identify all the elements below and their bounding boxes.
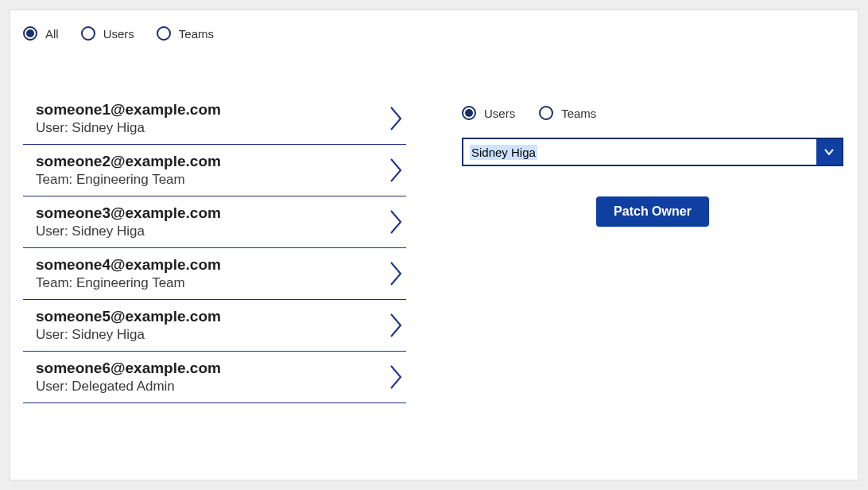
list-item-email: someone3@example.com (36, 204, 221, 222)
assign-radio-label: Users (484, 107, 515, 120)
list-item-email: someone1@example.com (36, 101, 221, 119)
chevron-right-icon (389, 157, 403, 184)
list-item-owner: User: Sidney Higa (36, 327, 221, 343)
list-item-owner: User: Sidney Higa (36, 120, 221, 136)
filter-radio-users[interactable]: Users (81, 26, 134, 41)
filter-radio-label: Teams (179, 27, 214, 41)
radio-icon (23, 26, 37, 41)
list-item-email: someone6@example.com (36, 360, 221, 377)
chevron-right-icon (389, 364, 403, 391)
list-item[interactable]: someone4@example.com Team: Engineering T… (23, 248, 406, 300)
owner-dropdown-toggle[interactable] (816, 139, 842, 165)
list-item[interactable]: someone5@example.com User: Sidney Higa (23, 300, 406, 352)
filter-radio-all[interactable]: All (23, 26, 59, 41)
list-item-email: someone5@example.com (36, 308, 221, 325)
chevron-right-icon (389, 105, 403, 132)
assign-radio-teams[interactable]: Teams (539, 106, 596, 120)
owner-dropdown-value: Sidney Higa (463, 139, 816, 165)
mailbox-list[interactable]: someone1@example.com User: Sidney Higa s… (23, 96, 414, 486)
list-item[interactable]: someone3@example.com User: Sidney Higa (23, 196, 406, 248)
chevron-down-icon (823, 146, 835, 158)
radio-icon (157, 26, 171, 41)
filter-radio-group: All Users Teams (23, 26, 845, 41)
list-item-owner: Team: Engineering Team (36, 172, 221, 188)
patch-owner-button[interactable]: Patch Owner (596, 196, 709, 227)
list-item-email: someone2@example.com (36, 153, 221, 170)
list-item[interactable]: someone1@example.com User: Sidney Higa (23, 96, 406, 145)
assign-type-radio-group: Users Teams (462, 106, 843, 120)
owner-dropdown[interactable]: Sidney Higa (462, 138, 843, 166)
filter-radio-teams[interactable]: Teams (157, 26, 214, 41)
filter-radio-label: All (45, 27, 59, 41)
list-item-owner: Team: Engineering Team (36, 275, 221, 291)
list-item-owner: User: Delegated Admin (36, 379, 221, 395)
list-item[interactable]: someone6@example.com User: Delegated Adm… (23, 352, 406, 403)
chevron-right-icon (389, 312, 403, 339)
radio-icon (539, 106, 553, 120)
list-item-owner: User: Sidney Higa (36, 224, 221, 239)
filter-radio-label: Users (103, 27, 134, 41)
assign-radio-label: Teams (561, 107, 596, 120)
radio-icon (81, 26, 95, 41)
assign-radio-users[interactable]: Users (462, 106, 515, 120)
list-item-email: someone4@example.com (36, 256, 221, 274)
list-item[interactable]: someone2@example.com Team: Engineering T… (23, 145, 406, 196)
owner-dropdown-text: Sidney Higa (470, 145, 537, 160)
radio-icon (462, 106, 476, 120)
chevron-right-icon (389, 208, 403, 235)
chevron-right-icon (389, 260, 403, 287)
